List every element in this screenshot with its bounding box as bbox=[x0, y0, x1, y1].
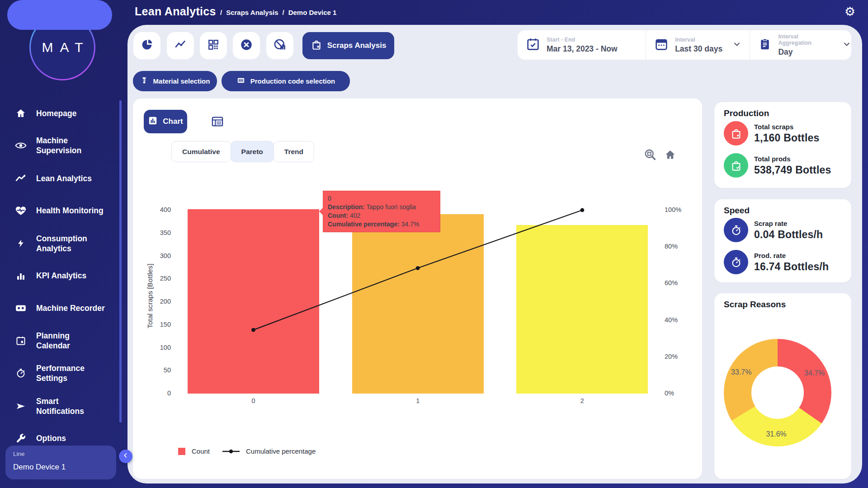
scraps-analysis-button[interactable]: Scraps Analysis bbox=[302, 32, 394, 59]
scrap-rate-value: 0.04 Bottles/h bbox=[754, 229, 823, 241]
donut-slice-label: 31.6% bbox=[766, 430, 786, 438]
pie-chart-icon bbox=[141, 38, 153, 53]
aggregation-filter[interactable]: Interval Aggregation Day bbox=[750, 30, 851, 60]
chart-legend: Count Cumulative percentage bbox=[178, 447, 316, 455]
y-tick-label: 150 bbox=[141, 321, 171, 328]
sidebar-item-kpi-analytics[interactable]: KPI Analytics bbox=[0, 267, 86, 284]
chevron-left-icon bbox=[122, 452, 129, 461]
home-icon bbox=[15, 108, 27, 119]
tool-pie-bars-button[interactable] bbox=[266, 32, 293, 59]
filter-value: Mar 13, 2023 - Now bbox=[547, 44, 618, 54]
production-code-selection-label: Production code selection bbox=[250, 77, 335, 85]
y2-tick-label: 20% bbox=[665, 353, 678, 360]
production-code-selection-button[interactable]: Production code selection bbox=[222, 71, 350, 91]
speed-card: Speed Scrap rate 0.04 Bottles/h Prod. ra… bbox=[714, 199, 851, 282]
y-tick-label: 100 bbox=[141, 344, 171, 351]
tooltip-desc-label: Description: bbox=[328, 203, 365, 211]
device-type-label: Line bbox=[13, 450, 25, 457]
y-tick-label: 0 bbox=[141, 389, 171, 397]
tooltip-title: 0 bbox=[328, 194, 435, 203]
total-prods-label: Total prods bbox=[754, 155, 791, 163]
y-tick-label: 250 bbox=[141, 275, 171, 282]
sidebar-item-planning-calendar[interactable]: Planning Calendar bbox=[0, 329, 96, 352]
sidebar-item-health-monitoring[interactable]: Health Monitoring bbox=[0, 202, 104, 219]
stopwatch-icon bbox=[724, 218, 748, 242]
x-tick-label: 1 bbox=[409, 397, 427, 404]
settings-gear-icon[interactable]: ⚙ bbox=[844, 5, 855, 19]
sidebar-item-label: Options bbox=[36, 433, 66, 443]
tool-pie-chart-button[interactable] bbox=[133, 32, 160, 59]
page-title: Lean Analytics bbox=[135, 5, 216, 18]
total-scraps-value: 1,160 Bottles bbox=[754, 132, 820, 144]
material-selection-button[interactable]: Material selection bbox=[133, 71, 217, 91]
tool-x-circle-button[interactable] bbox=[233, 32, 260, 59]
tool-trend-button[interactable] bbox=[167, 32, 194, 59]
scrap-reasons-card: Scrap Reasons 34.7%31.6%33.7% bbox=[714, 293, 851, 479]
y2-tick-label: 40% bbox=[665, 316, 678, 324]
y-tick-label: 50 bbox=[141, 366, 171, 374]
total-scraps-label: Total scraps bbox=[754, 123, 793, 131]
sidebar-scrollbar[interactable] bbox=[119, 100, 122, 422]
filter-value: Day bbox=[778, 47, 811, 57]
chart-card: Chart Cumulative Pareto Trend Total scra… bbox=[133, 99, 702, 479]
y-tick-label: 400 bbox=[141, 206, 171, 213]
pie-bars-icon bbox=[274, 38, 286, 53]
sidebar-collapse-button[interactable] bbox=[119, 450, 132, 463]
sidebar-item-label: Health Monitoring bbox=[36, 206, 104, 216]
breadcrumb-item[interactable]: Scraps Analysis bbox=[226, 9, 278, 16]
production-card: Production Total scraps 1,160 Bottles To… bbox=[714, 102, 851, 188]
sidebar-item-smart-notifications[interactable]: Smart Notifications bbox=[0, 395, 96, 418]
legend-count-swatch bbox=[178, 448, 185, 455]
sidebar-item-label: Machine Recorder bbox=[36, 303, 105, 313]
sidebar-item-performance-settings[interactable]: Performance Settings bbox=[0, 362, 96, 385]
qr-grid-icon bbox=[208, 39, 219, 52]
breadcrumb-separator: / bbox=[220, 9, 222, 16]
calendar-icon bbox=[15, 335, 27, 347]
breadcrumb-item[interactable]: Demo Device 1 bbox=[288, 9, 337, 16]
y2-tick-label: 60% bbox=[665, 279, 678, 286]
logo-text: MAT bbox=[35, 40, 90, 55]
material-icon bbox=[140, 76, 148, 86]
scrap-rate-label: Scrap rate bbox=[754, 220, 787, 227]
main-content: Scraps Analysis Start - End Mar 13, 2023… bbox=[127, 25, 862, 483]
sidebar-item-machine-recorder[interactable]: Machine Recorder bbox=[0, 300, 105, 316]
send-icon bbox=[15, 400, 27, 412]
x-circle-icon bbox=[240, 38, 253, 53]
tooltip-cum-label: Cumulative percentage: bbox=[328, 221, 400, 228]
bar-chart-icon bbox=[15, 270, 27, 282]
filter-label: Interval Aggregation bbox=[778, 33, 811, 46]
clipboard-icon bbox=[758, 38, 772, 53]
donut-hole bbox=[751, 366, 804, 419]
legend-cumulative-label[interactable]: Cumulative percentage bbox=[246, 447, 316, 455]
date-range-filter[interactable]: Start - End Mar 13, 2023 - Now bbox=[518, 30, 646, 60]
tooltip-count-value: 402 bbox=[350, 212, 360, 219]
sidebar-item-label: Planning Calendar bbox=[36, 331, 96, 351]
heart-pulse-icon bbox=[15, 205, 27, 216]
filter-label: Interval bbox=[675, 37, 722, 43]
legend-count-label[interactable]: Count bbox=[192, 447, 210, 455]
prod-rate-value: 16.74 Bottles/h bbox=[754, 261, 829, 273]
trend-icon bbox=[15, 173, 27, 184]
sidebar-item-label: Performance Settings bbox=[36, 363, 96, 383]
sidebar-item-label: Homepage bbox=[36, 108, 76, 118]
calendar-check-icon bbox=[526, 37, 540, 53]
interval-filter[interactable]: Interval Last 30 days bbox=[646, 30, 750, 60]
donut-slice-label: 33.7% bbox=[731, 368, 751, 376]
sidebar-item-consumption-analytics[interactable]: Consumption Analytics bbox=[0, 232, 96, 255]
chevron-down-icon bbox=[732, 40, 741, 51]
material-selection-label: Material selection bbox=[153, 77, 210, 85]
sidebar-item-options[interactable]: Options bbox=[0, 430, 66, 446]
filters-bar: Start - End Mar 13, 2023 - Now Interval … bbox=[518, 30, 851, 60]
sidebar-item-label: Smart Notifications bbox=[36, 396, 96, 416]
filter-label: Start - End bbox=[547, 37, 618, 43]
legend-line-marker bbox=[222, 448, 240, 455]
tool-qr-button[interactable] bbox=[200, 32, 227, 59]
device-selector[interactable]: Line Demo Device 1 bbox=[5, 446, 116, 479]
sidebar-item-lean-analytics[interactable]: Lean Analytics bbox=[0, 170, 92, 187]
tooltip-cum-value: 34.7% bbox=[401, 221, 420, 228]
y2-tick-label: 80% bbox=[665, 243, 678, 250]
sidebar-active-pill[interactable] bbox=[7, 0, 112, 30]
sidebar-item-machine-supervision[interactable]: Machine Supervision bbox=[0, 134, 96, 157]
sidebar-item-label: Lean Analytics bbox=[36, 174, 92, 183]
sidebar-item-homepage[interactable]: Homepage bbox=[0, 105, 76, 122]
